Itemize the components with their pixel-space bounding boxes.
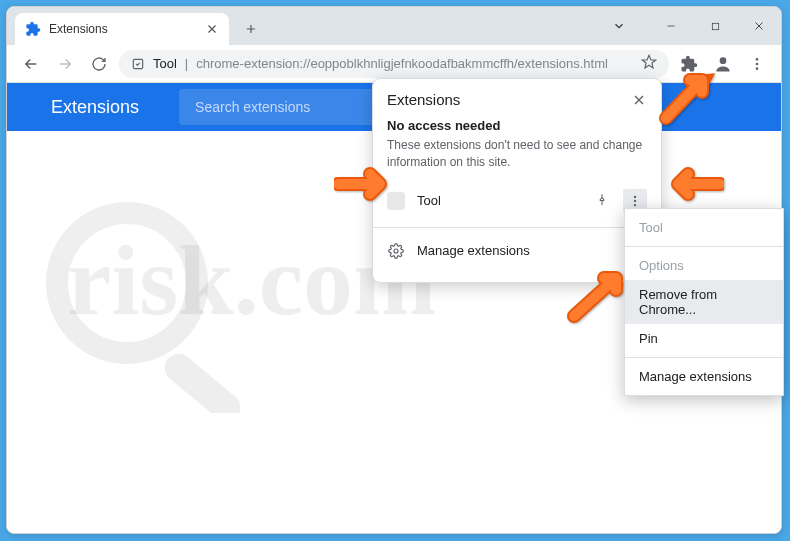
tab-close-icon[interactable] (205, 22, 219, 36)
svg-point-11 (394, 249, 398, 253)
forward-button[interactable] (51, 50, 79, 78)
arrow-to-more-menu (664, 166, 724, 205)
arrow-to-remove-chrome (564, 264, 634, 327)
arrow-to-tool-extension (334, 166, 394, 205)
minimize-button[interactable] (649, 7, 693, 45)
extension-context-menu: Tool Options Remove from Chrome... Pin M… (624, 208, 784, 396)
ctx-item-manage[interactable]: Manage extensions (625, 362, 783, 391)
ctx-item-remove[interactable]: Remove from Chrome... (625, 280, 783, 324)
gear-icon (387, 242, 405, 260)
popup-divider (373, 227, 661, 228)
reload-button[interactable] (85, 50, 113, 78)
titlebar: Extensions (7, 7, 781, 45)
svg-point-4 (756, 62, 759, 65)
tab-dropdown-icon[interactable] (597, 7, 641, 45)
extension-row-tool[interactable]: Tool (373, 179, 661, 223)
extensions-popup: Extensions No access needed These extens… (372, 78, 662, 283)
page-title: Extensions (51, 97, 139, 118)
no-access-heading: No access needed (387, 118, 647, 133)
ctx-item-pin[interactable]: Pin (625, 324, 783, 353)
svg-point-9 (634, 199, 636, 201)
watermark-magnifier (37, 193, 257, 416)
ctx-divider (625, 246, 783, 247)
address-prefix: Tool (153, 56, 177, 71)
svg-point-3 (756, 58, 759, 61)
pin-icon[interactable] (595, 193, 611, 209)
popup-title: Extensions (387, 91, 460, 108)
search-placeholder: Search extensions (195, 99, 310, 115)
chrome-menu-icon[interactable] (743, 50, 771, 78)
popup-close-icon[interactable] (631, 92, 647, 108)
svg-rect-0 (712, 23, 718, 29)
svg-point-2 (720, 57, 727, 64)
ctx-item-tool[interactable]: Tool (625, 213, 783, 242)
svg-rect-7 (159, 348, 246, 413)
tab-title: Extensions (49, 22, 197, 36)
bookmark-star-icon[interactable] (641, 54, 657, 73)
ctx-item-options[interactable]: Options (625, 251, 783, 280)
svg-point-8 (634, 195, 636, 197)
browser-tab[interactable]: Extensions (15, 13, 229, 45)
arrow-to-extensions-icon (658, 66, 718, 129)
back-button[interactable] (17, 50, 45, 78)
window-controls (597, 7, 781, 45)
close-window-button[interactable] (737, 7, 781, 45)
extension-item-label: Tool (417, 193, 583, 208)
ctx-divider (625, 357, 783, 358)
extension-icon (25, 21, 41, 37)
svg-point-6 (57, 213, 197, 353)
svg-point-10 (634, 204, 636, 206)
address-bar[interactable]: Tool | chrome-extension://eoppoblkhnligj… (119, 50, 669, 78)
maximize-button[interactable] (693, 7, 737, 45)
manage-extensions-label: Manage extensions (417, 243, 647, 258)
search-extensions-input[interactable]: Search extensions (179, 89, 379, 125)
svg-point-5 (756, 67, 759, 70)
address-url: chrome-extension://eoppoblkhnligjefnkood… (196, 56, 608, 71)
new-tab-button[interactable] (237, 15, 265, 43)
no-access-description: These extensions don't need to see and c… (387, 137, 647, 171)
site-info-icon (131, 57, 145, 71)
